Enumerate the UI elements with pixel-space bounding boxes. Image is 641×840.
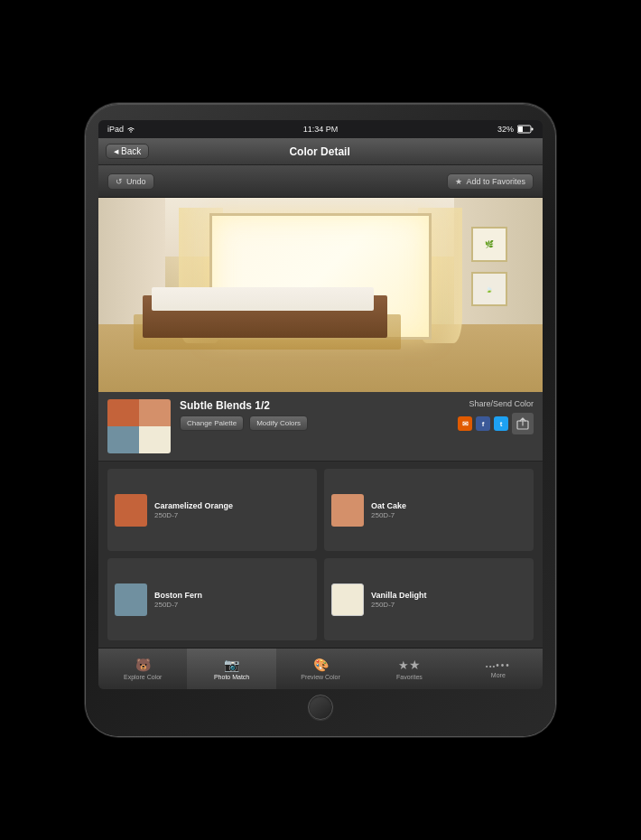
color-code-1: 250D-7 bbox=[371, 511, 406, 519]
color-item-2[interactable]: Boston Fern 250D-7 bbox=[107, 558, 317, 640]
toolbar: ↺ Undo ★ Add to Favorites bbox=[98, 165, 543, 198]
tab-preview-label: Preview Color bbox=[301, 674, 340, 680]
bear-icon: 🐻 bbox=[135, 658, 151, 672]
share-icons: ✉ f t bbox=[458, 413, 534, 434]
color-swatch-0 bbox=[115, 494, 147, 527]
tab-preview-color[interactable]: 🎨 Preview Color bbox=[276, 649, 365, 689]
tab-favorites-label: Favorites bbox=[396, 674, 423, 680]
color-info-0: Caramelized Orange 250D-7 bbox=[154, 501, 233, 519]
preview-icon: 🎨 bbox=[313, 658, 329, 672]
star-icon: ★ bbox=[455, 177, 462, 186]
tab-photo-match-label: Photo Match bbox=[214, 674, 249, 680]
color-item-0[interactable]: Caramelized Orange 250D-7 bbox=[107, 469, 317, 551]
nav-title: Color Detail bbox=[149, 145, 490, 158]
back-button[interactable]: Back bbox=[106, 144, 149, 159]
ipad-screen: iPad 11:34 PM 32% bbox=[98, 120, 543, 689]
palette-name: Subtle Blends 1/2 bbox=[180, 399, 449, 412]
battery-icon bbox=[517, 125, 534, 134]
status-device: iPad bbox=[107, 125, 249, 134]
camera-icon: 📷 bbox=[224, 658, 239, 672]
color-name-2: Boston Fern bbox=[154, 591, 202, 600]
undo-icon: ↺ bbox=[116, 177, 123, 186]
palette-swatch bbox=[107, 399, 171, 453]
color-info-2: Boston Fern 250D-7 bbox=[154, 591, 202, 609]
twitter-share-icon[interactable]: t bbox=[494, 416, 508, 431]
palette-info: Subtle Blends 1/2 Change Palette Modify … bbox=[180, 399, 449, 431]
nav-bar: Back Color Detail bbox=[98, 138, 543, 165]
palette-actions: Change Palette Modify Colors bbox=[180, 415, 449, 431]
swatch-4 bbox=[139, 426, 171, 453]
wall-art-1: 🌿 bbox=[471, 227, 506, 262]
tab-explore-color[interactable]: 🐻 Explore Color bbox=[98, 649, 187, 689]
ipad-device: iPad 11:34 PM 32% bbox=[86, 104, 555, 736]
email-share-icon[interactable]: ✉ bbox=[458, 416, 472, 431]
more-dots-icon: ••• bbox=[486, 660, 511, 670]
color-info-3: Vanilla Delight 250D-7 bbox=[371, 591, 427, 609]
tab-bar: 🐻 Explore Color 📷 Photo Match 🎨 Preview … bbox=[98, 648, 543, 689]
tab-favorites[interactable]: ★ Favorites bbox=[365, 649, 453, 689]
modify-colors-button[interactable]: Modify Colors bbox=[249, 415, 308, 431]
color-info-1: Oat Cake 250D-7 bbox=[371, 501, 406, 519]
export-icon bbox=[516, 417, 529, 430]
wifi-icon bbox=[126, 126, 135, 133]
add-to-favorites-button[interactable]: ★ Add to Favorites bbox=[447, 173, 534, 190]
share-label: Share/Send Color bbox=[469, 399, 534, 408]
swatch-2 bbox=[107, 426, 139, 453]
change-palette-button[interactable]: Change Palette bbox=[180, 415, 244, 431]
color-item-1[interactable]: Oat Cake 250D-7 bbox=[324, 469, 534, 551]
tab-explore-label: Explore Color bbox=[124, 674, 162, 680]
color-code-3: 250D-7 bbox=[371, 601, 427, 609]
color-name-0: Caramelized Orange bbox=[154, 501, 233, 510]
device-name: iPad bbox=[107, 125, 124, 134]
undo-button[interactable]: ↺ Undo bbox=[107, 173, 154, 190]
wall-art-2: 🍃 bbox=[471, 272, 506, 307]
tab-more[interactable]: ••• More bbox=[454, 649, 543, 689]
colors-grid: Caramelized Orange 250D-7 Oat Cake 250D-… bbox=[98, 462, 543, 648]
room-image: 🌿 🍃 bbox=[98, 198, 543, 392]
battery-percent: 32% bbox=[497, 125, 514, 134]
export-share-icon[interactable] bbox=[512, 413, 534, 434]
color-swatch-1 bbox=[331, 494, 364, 527]
color-code-2: 250D-7 bbox=[154, 601, 202, 609]
tab-more-label: More bbox=[491, 672, 506, 678]
tab-photo-match[interactable]: 📷 Photo Match bbox=[187, 649, 275, 689]
facebook-share-icon[interactable]: f bbox=[476, 416, 490, 431]
status-battery-area: 32% bbox=[392, 125, 534, 134]
color-swatch-3 bbox=[331, 583, 364, 616]
status-time: 11:34 PM bbox=[249, 125, 391, 134]
status-bar: iPad 11:34 PM 32% bbox=[98, 120, 543, 138]
palette-section: Subtle Blends 1/2 Change Palette Modify … bbox=[98, 392, 543, 462]
color-code-0: 250D-7 bbox=[154, 511, 233, 519]
color-name-1: Oat Cake bbox=[371, 501, 406, 510]
share-section: Share/Send Color ✉ f t bbox=[458, 399, 534, 434]
color-item-3[interactable]: Vanilla Delight 250D-7 bbox=[324, 558, 534, 640]
svg-rect-1 bbox=[518, 126, 523, 132]
home-button[interactable] bbox=[308, 695, 333, 720]
color-name-3: Vanilla Delight bbox=[371, 591, 427, 600]
favorites-star-icon: ★ bbox=[398, 658, 421, 672]
swatch-1 bbox=[107, 399, 139, 426]
color-swatch-2 bbox=[115, 583, 147, 616]
svg-rect-2 bbox=[531, 128, 533, 131]
swatch-3 bbox=[139, 399, 171, 426]
